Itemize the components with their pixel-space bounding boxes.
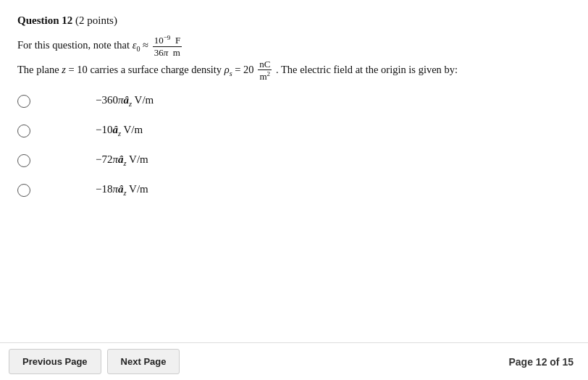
radio-4[interactable] [17, 184, 30, 197]
question-body: For this question, note that ε0 ≈ 10−9 F… [17, 34, 571, 83]
fraction-denominator: 36π m [153, 47, 182, 59]
body-line1: For this question, note that ε0 ≈ 10−9 F… [17, 34, 571, 59]
option-label-4: −18πâz V/m [96, 183, 240, 197]
body-line2: The plane z = 10 carries a surface charg… [17, 59, 571, 83]
page-info: Page 12 of 15 [509, 356, 580, 368]
option-item-4: −18πâz V/m [17, 183, 571, 197]
next-page-button[interactable]: Next Page [107, 349, 180, 374]
footer-bar: Previous Page Next Page Page 12 of 15 [0, 342, 588, 380]
previous-page-button[interactable]: Previous Page [9, 349, 101, 374]
option-label-3: −72πâz V/m [96, 153, 240, 167]
option-item-2: −10âz V/m [17, 124, 571, 138]
fraction-numerator: 10−9 F [153, 34, 182, 47]
question-points: (2 points) [75, 14, 117, 26]
question-header: Question 12 (2 points) [17, 14, 571, 27]
radio-1[interactable] [17, 95, 30, 108]
unit-numerator: nC [258, 59, 272, 71]
content-area: Question 12 (2 points) For this question… [0, 0, 588, 342]
option-label-2: −10âz V/m [96, 124, 240, 138]
unit-denominator: m2 [258, 70, 272, 83]
epsilon-fraction: 10−9 F 36π m [153, 34, 182, 59]
option-label-1: −360πâz V/m [96, 94, 240, 108]
option-item-3: −72πâz V/m [17, 153, 571, 167]
question-number: Question 12 [17, 14, 72, 26]
radio-2[interactable] [17, 124, 30, 138]
unit-fraction: nC m2 [258, 59, 272, 83]
option-item-1: −360πâz V/m [17, 94, 571, 108]
radio-3[interactable] [17, 154, 30, 167]
options-list: −360πâz V/m −10âz V/m −72πâz V/m −18πâz … [17, 94, 571, 197]
